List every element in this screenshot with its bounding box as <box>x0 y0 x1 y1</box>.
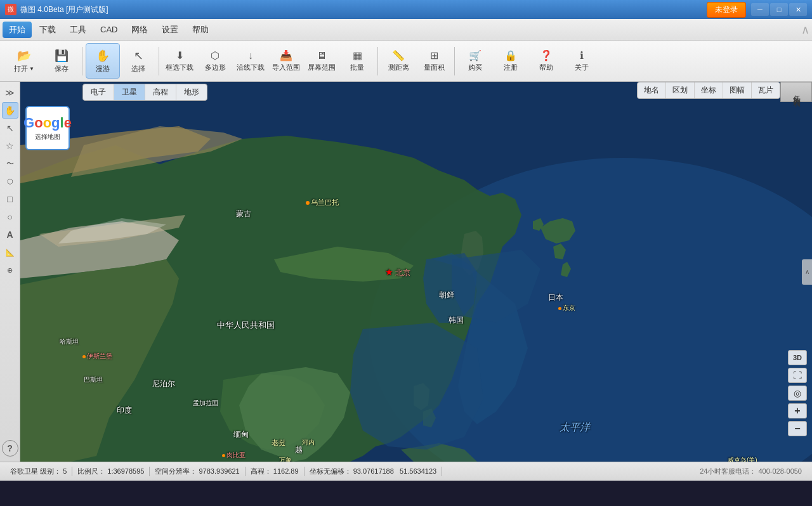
measure-dist-button[interactable]: 📏 测距离 <box>381 43 416 79</box>
about-button[interactable]: ℹ 关于 <box>565 43 599 79</box>
pan-button[interactable]: ✋ 漫游 <box>86 43 120 79</box>
tab-mapframe[interactable]: 图幅 <box>723 82 752 98</box>
close-button[interactable]: ✕ <box>789 3 807 16</box>
separator-2 <box>159 47 159 75</box>
register-button[interactable]: 🔒 注册 <box>494 43 528 79</box>
tab-elevation[interactable]: 高程 <box>145 84 176 100</box>
menu-settings[interactable]: 设置 <box>155 22 185 38</box>
menu-help[interactable]: 帮助 <box>186 22 215 38</box>
status-scale-value: 1:36978595 <box>107 467 144 475</box>
open-button[interactable]: 📂 打开▼ <box>5 43 43 79</box>
batch-label: 批量 <box>350 63 364 72</box>
menu-download[interactable]: 下载 <box>33 22 62 38</box>
task-list-button[interactable]: 任务列表 <box>780 82 812 102</box>
measure-area-button[interactable]: ⊞ 量面积 <box>417 43 451 79</box>
screen-range-icon: 🖥 <box>317 50 327 62</box>
sidebar-help[interactable]: ? <box>2 440 18 457</box>
menu-cad[interactable]: CAD <box>94 22 124 37</box>
sidebar-polygon[interactable]: ⬡ <box>2 173 18 190</box>
line-download-button[interactable]: ↓ 沿线下载 <box>233 43 268 79</box>
sidebar-rect[interactable]: □ <box>2 191 18 207</box>
separator-1 <box>82 47 82 75</box>
help-tool-label: 帮助 <box>539 63 553 72</box>
pan-label: 漫游 <box>96 64 110 74</box>
sidebar-hand[interactable]: ✋ <box>2 102 18 119</box>
map-svg <box>20 82 812 462</box>
tab-district[interactable]: 区划 <box>666 82 695 98</box>
status-level-label: 级别： <box>40 467 61 475</box>
tab-place[interactable]: 地名 <box>638 82 666 98</box>
save-button[interactable]: 💾 保存 <box>44 43 79 79</box>
sidebar-select[interactable]: ↖ <box>2 120 18 136</box>
titlebar: 微 微图 4.0Beta [用户测试版] 未登录 ─ □ ✕ <box>0 0 812 19</box>
sidebar-star[interactable]: ☆ <box>2 138 18 154</box>
line-download-label: 沿线下载 <box>237 63 265 72</box>
polygon-button[interactable]: ⬡ 多边形 <box>198 43 232 79</box>
batch-button[interactable]: ▦ 批量 <box>340 43 374 79</box>
btn-3d[interactable]: 3D <box>788 350 807 365</box>
btn-zoom-out[interactable]: − <box>788 421 807 436</box>
app-title: 微图 4.0Beta [用户测试版] <box>20 4 108 15</box>
menu-start[interactable]: 开始 <box>3 22 32 38</box>
sidebar-stamp[interactable]: ⊕ <box>2 262 18 278</box>
status-helpphone: 24小时客服电话： 400-028-0050 <box>695 467 807 476</box>
open-label: 打开▼ <box>14 64 34 74</box>
map-select-icon[interactable]: Google 选择地图 <box>25 106 70 150</box>
menu-tools[interactable]: 工具 <box>63 22 93 38</box>
map-container[interactable]: Google 选择地图 电子 卫星 高程 地形 地名 区划 坐标 图幅 瓦片 <box>20 82 812 462</box>
open-icon: 📂 <box>17 49 31 63</box>
titlebar-left: 微 微图 4.0Beta [用户测试版] <box>5 4 108 15</box>
import-range-button[interactable]: 📥 导入范围 <box>269 43 303 79</box>
login-button[interactable]: 未登录 <box>707 2 746 18</box>
tab-coordinate[interactable]: 坐标 <box>695 82 723 98</box>
sidebar-circle[interactable]: ○ <box>2 209 18 225</box>
collapse-button[interactable]: ∧ <box>801 23 809 37</box>
select-button[interactable]: ↖ 选择 <box>121 43 155 79</box>
status-scale-label: 比例尺： <box>77 467 105 475</box>
register-label: 注册 <box>504 63 518 72</box>
status-elev-label: 高程： <box>251 467 272 475</box>
btn-locate[interactable]: ◎ <box>788 386 807 401</box>
batch-icon: ▦ <box>353 49 362 62</box>
sidebar-line[interactable]: 〜 <box>2 155 18 172</box>
register-icon: 🔒 <box>504 49 517 62</box>
sidebar-text[interactable]: A <box>2 226 18 243</box>
minimize-button[interactable]: ─ <box>751 3 769 16</box>
tab-electronic[interactable]: 电子 <box>83 84 114 100</box>
status-resolution: 空间分辨率： 9783.939621 <box>150 467 245 476</box>
helpphone-label: 24小时客服电话： <box>700 467 756 475</box>
status-source-text: 谷歌卫星 <box>10 467 38 475</box>
btn-zoom-in[interactable]: + <box>788 403 807 418</box>
box-download-button[interactable]: ⬇ 框选下载 <box>162 43 197 79</box>
status-level: 5 <box>63 467 67 475</box>
map-select-label: 选择地图 <box>35 133 60 141</box>
sidebar-ruler[interactable]: 📐 <box>2 244 18 261</box>
save-icon: 💾 <box>55 49 69 63</box>
about-label: 关于 <box>575 63 589 72</box>
save-label: 保存 <box>55 64 69 74</box>
map-controls: 3D ⛶ ◎ + − <box>788 350 807 436</box>
tab-terrain[interactable]: 地形 <box>176 84 207 100</box>
import-range-icon: 📥 <box>280 49 292 62</box>
btn-fullscreen[interactable]: ⛶ <box>788 368 807 383</box>
screen-range-button[interactable]: 🖥 屏幕范围 <box>304 43 339 79</box>
map-type-tabs: 电子 卫星 高程 地形 <box>82 84 207 101</box>
status-elev-value: 1162.89 <box>273 467 299 475</box>
tab-satellite[interactable]: 卫星 <box>114 84 145 100</box>
separator-4 <box>454 47 455 75</box>
status-source: 谷歌卫星 级别： 5 <box>5 467 72 476</box>
status-res-label: 空间分辨率： <box>155 467 197 475</box>
right-collapse-arrow[interactable]: ∧ <box>802 259 812 285</box>
menu-network[interactable]: 网络 <box>125 22 154 38</box>
maximize-button[interactable]: □ <box>770 3 788 16</box>
sidebar-expand[interactable]: ≫ <box>2 84 18 101</box>
box-download-icon: ⬇ <box>176 49 184 62</box>
status-elevation: 高程： 1162.89 <box>246 467 304 476</box>
tab-tile[interactable]: 瓦片 <box>752 82 780 98</box>
box-download-label: 框选下载 <box>166 63 193 72</box>
buy-button[interactable]: 🛒 购买 <box>458 43 492 79</box>
help-tool-button[interactable]: ❓ 帮助 <box>529 43 563 79</box>
google-logo: Google <box>23 115 72 131</box>
measure-dist-icon: 📏 <box>392 49 405 62</box>
status-coord: 坐标无偏移： 93.07617188 51.5634123 <box>304 467 443 476</box>
